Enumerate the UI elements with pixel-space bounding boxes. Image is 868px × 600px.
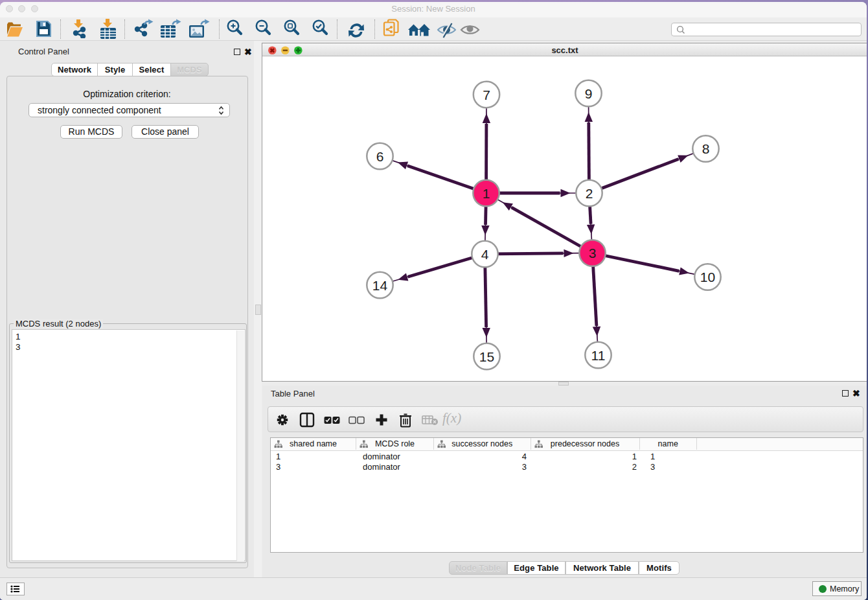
svg-text:10: 10 [700, 270, 715, 284]
svg-text:6: 6 [376, 149, 384, 164]
svg-text:15: 15 [479, 349, 494, 364]
svg-text:7: 7 [483, 87, 490, 102]
svg-text:2: 2 [586, 186, 593, 201]
svg-text:8: 8 [702, 141, 710, 156]
svg-text:3: 3 [589, 246, 597, 260]
svg-text:9: 9 [585, 86, 593, 101]
svg-text:11: 11 [591, 348, 606, 363]
svg-text:4: 4 [481, 247, 489, 262]
svg-text:1: 1 [483, 186, 490, 201]
svg-text:14: 14 [372, 278, 388, 293]
